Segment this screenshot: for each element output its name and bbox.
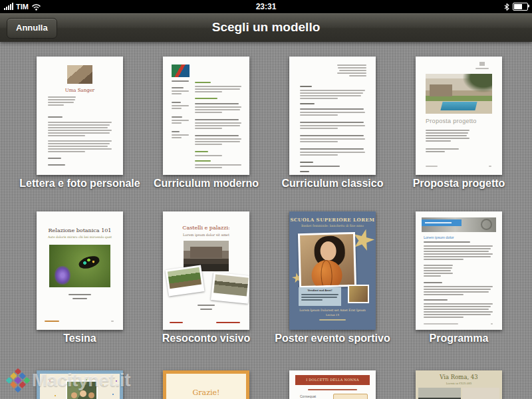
entry-lines bbox=[300, 138, 365, 144]
watermark: Macitynet.it bbox=[9, 370, 130, 391]
text-line bbox=[172, 137, 182, 138]
template-thumbnail: SCUOLA SUPERIORE LOREM Basket femminile:… bbox=[289, 211, 376, 330]
contact-label bbox=[172, 131, 180, 132]
text-line bbox=[301, 297, 337, 298]
contact-lines bbox=[172, 120, 189, 125]
text-line bbox=[426, 135, 467, 136]
template-program[interactable]: Lorem ipsum dolor Programma bbox=[396, 211, 522, 348]
section-label bbox=[300, 162, 313, 163]
text-line bbox=[424, 273, 453, 274]
text-line bbox=[48, 135, 85, 136]
template-thumbnail: Grazie! bbox=[163, 370, 249, 399]
objective-lines bbox=[300, 90, 365, 100]
signature-line bbox=[48, 164, 65, 166]
page-number bbox=[489, 166, 491, 167]
text-line bbox=[195, 109, 240, 110]
template-thumbnail: Via Roma, 43 Lorem in €525.085 bbox=[416, 370, 502, 399]
macitynet-logo-icon bbox=[6, 368, 31, 393]
text-line bbox=[172, 134, 189, 136]
text-line bbox=[195, 112, 222, 113]
text-line bbox=[172, 105, 189, 106]
report-title: Relazione botanica 101 bbox=[37, 227, 123, 233]
section-header-green bbox=[195, 151, 208, 152]
status-right-cluster bbox=[504, 0, 528, 13]
template-thank-you-card-partial[interactable]: Grazie! bbox=[143, 370, 269, 399]
report-title: Castelli e palazzi: bbox=[163, 225, 249, 231]
template-classic-resume[interactable]: Curriculum classico bbox=[269, 57, 396, 193]
section-label bbox=[300, 86, 312, 87]
text-line bbox=[426, 130, 469, 131]
footer-line bbox=[424, 323, 458, 325]
text-line bbox=[300, 152, 365, 153]
footer-line bbox=[426, 166, 438, 167]
template-visual-report[interactable]: Castelli e palazzi: Lorem ipsum dolor si… bbox=[143, 211, 269, 348]
template-real-estate-flyer-partial[interactable]: Via Roma, 43 Lorem in €525.085 bbox=[396, 370, 522, 399]
recipe-address-line bbox=[308, 389, 357, 390]
text-line bbox=[300, 128, 338, 129]
text-line bbox=[337, 65, 366, 66]
template-personal-letter[interactable]: Uma Sanger Lettera e foto personale bbox=[17, 57, 143, 193]
template-sports-poster[interactable]: SCUOLA SUPERIORE LOREM Basket femminile:… bbox=[269, 211, 396, 348]
salutation-line bbox=[48, 116, 63, 118]
template-recipe-partial[interactable]: I DOLCETTI DELLA NONNA Consequat bbox=[269, 370, 396, 399]
section-header-green bbox=[195, 160, 211, 162]
text-line bbox=[48, 151, 85, 152]
template-term-paper[interactable]: Relazione botanica 101 Aute doloris mira… bbox=[17, 211, 143, 348]
battery-icon bbox=[513, 3, 528, 11]
proposal-title: Proposta progetto bbox=[426, 118, 477, 124]
text-line bbox=[300, 98, 338, 99]
text-line bbox=[300, 138, 365, 140]
text-line bbox=[349, 75, 366, 76]
text-line bbox=[424, 291, 489, 293]
template-thumbnail bbox=[163, 57, 249, 175]
snapshot-photo bbox=[165, 265, 204, 296]
education-line bbox=[300, 166, 340, 167]
template-modern-resume[interactable]: Curriculum moderno bbox=[143, 57, 269, 193]
template-thumbnail bbox=[289, 57, 376, 175]
contact-lines bbox=[172, 134, 189, 140]
header-photo-banner bbox=[422, 217, 496, 232]
template-thumbnail: Proposta progetto bbox=[416, 57, 502, 175]
company-logo bbox=[479, 62, 485, 66]
text-line bbox=[424, 294, 464, 295]
butterfly-photo bbox=[49, 245, 110, 287]
template-thumbnail: Castelli e palazzi: Lorem ipsum dolor si… bbox=[163, 211, 249, 330]
recipe-banner: I DOLCETTI DELLA NONNA bbox=[295, 375, 370, 385]
address-lines bbox=[48, 96, 76, 107]
subhead-line bbox=[424, 241, 470, 243]
template-project-proposal[interactable]: Proposta progetto Proposta progetto bbox=[396, 57, 522, 193]
text-line bbox=[337, 72, 366, 74]
template-label: Proposta progetto bbox=[382, 178, 532, 190]
entry-lines bbox=[300, 112, 365, 117]
status-bar: TIM 23:31 bbox=[0, 0, 532, 13]
company-name-line bbox=[475, 68, 489, 69]
callout-lines bbox=[301, 294, 338, 302]
text-line bbox=[424, 309, 489, 310]
job-lines bbox=[195, 138, 241, 146]
text-line bbox=[48, 132, 110, 134]
poster-fineprint-line bbox=[319, 319, 346, 321]
text-line bbox=[426, 140, 451, 142]
house-pool-photo bbox=[426, 74, 492, 114]
contact-lines bbox=[172, 105, 189, 110]
nav-bar: Annulla Scegli un modello bbox=[0, 13, 532, 42]
section-label bbox=[300, 103, 315, 104]
section-label bbox=[424, 299, 448, 301]
text-line bbox=[424, 270, 451, 271]
poster-title: SCUOLA SUPERIORE LOREM bbox=[289, 217, 376, 223]
template-thumbnail: Lorem ipsum dolor bbox=[416, 211, 502, 330]
section-header-green bbox=[195, 98, 217, 99]
basketball-girl-photo bbox=[298, 232, 356, 288]
resume-photo bbox=[172, 65, 190, 77]
letter-photo bbox=[67, 65, 92, 84]
text-line bbox=[424, 317, 464, 318]
program-heading: Lorem ipsum dolor bbox=[424, 235, 454, 239]
text-line bbox=[48, 148, 112, 150]
text-line bbox=[424, 314, 491, 315]
template-thumbnail: Relazione botanica 101 Aute doloris mira… bbox=[37, 211, 123, 330]
section-label bbox=[300, 171, 309, 172]
text-line bbox=[426, 151, 445, 152]
report-subtitle: Aute doloris miraro chi bai miroendo qua… bbox=[37, 235, 123, 239]
text-line bbox=[172, 122, 182, 124]
text-line bbox=[426, 132, 468, 134]
